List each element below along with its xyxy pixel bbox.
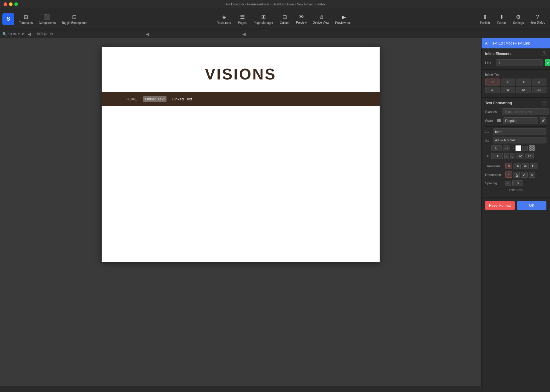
scroll-left-arrow[interactable]: ◀	[27, 31, 32, 37]
app-logo[interactable]: S	[2, 13, 14, 25]
italic-style-button[interactable]: i	[504, 153, 509, 159]
unit-button[interactable]: PX	[503, 146, 510, 151]
transform-none-button[interactable]: ✕	[505, 163, 512, 169]
classes-input[interactable]	[502, 108, 549, 115]
window-title: Site Designer - Frameworkless - Desktop …	[224, 2, 325, 6]
classes-label: Classes	[485, 110, 499, 114]
nav-item-linked-text-2[interactable]: Linked Text	[172, 97, 192, 101]
size-icon: T	[485, 147, 490, 150]
spacing-sublabel: Letter (px)	[485, 189, 546, 192]
text-stroke-button[interactable]: T	[522, 146, 527, 151]
scroll-right-arrow[interactable]: ◀	[145, 31, 150, 37]
preview-on-icon: ▶	[342, 14, 346, 20]
nav-item-home[interactable]: HOME	[126, 97, 137, 101]
toggle-breakpoints-label: Toggle Breakpoints	[62, 21, 87, 24]
inline-tag-small-button[interactable]: A	[532, 79, 546, 85]
preview-label: Preview	[296, 21, 307, 24]
resources-label: Resources	[217, 21, 231, 24]
decoration-label: Decoration	[485, 173, 504, 177]
state-select[interactable]: Regular Hover Active Focus	[503, 117, 538, 124]
spacing-value-input[interactable]: 0	[512, 180, 523, 186]
line-height-input[interactable]: 1.15	[491, 153, 503, 159]
zoom-refresh-icon[interactable]: ↺	[22, 32, 25, 36]
underline-style-button[interactable]: i	[510, 153, 515, 159]
device-view-button[interactable]: 🖥 Device View	[310, 12, 331, 26]
center-toolbar: ◈ Resources ☰ Pages ⊞ Page Manager ⊟ Gui…	[92, 12, 477, 26]
transform-lower-button[interactable]: di	[522, 163, 529, 169]
checkerboard-swatch[interactable]	[529, 145, 535, 151]
templates-button[interactable]: ⊞ Templates	[17, 12, 35, 26]
inline-tag-buttons: ✕ Aᶠ A A	[485, 79, 546, 85]
preview-on-label: Preview on...	[335, 21, 352, 24]
close-button[interactable]	[4, 2, 7, 6]
page-manager-icon: ⊞	[261, 14, 266, 20]
maximize-button[interactable]	[14, 2, 18, 6]
inline-tag-none-button[interactable]: ✕	[485, 79, 499, 85]
inline-tag-sup-button[interactable]: As	[517, 87, 531, 93]
decoration-strikethrough-button[interactable]: A	[521, 172, 527, 178]
toggle-breakpoints-button[interactable]: ⊟ Toggle Breakpoints	[59, 12, 89, 26]
color-swatch[interactable]	[515, 145, 521, 151]
transform-upper-button[interactable]: DI	[530, 163, 537, 169]
settings-icon: ⚙	[516, 14, 521, 20]
inline-elements-help[interactable]: ?	[542, 51, 546, 56]
inline-tag-sub2-button[interactable]: A2	[532, 87, 546, 93]
divider-1	[485, 126, 546, 127]
state-reset-button[interactable]: ↺	[540, 117, 546, 124]
zoom-out-icon[interactable]: 🔍	[2, 32, 7, 36]
text-formatting-help[interactable]: ?	[542, 101, 546, 105]
link-label: Link	[485, 61, 494, 65]
preview-button[interactable]: 👁 Preview	[294, 12, 309, 26]
minimize-button[interactable]	[9, 2, 13, 6]
inline-tag-quote-button[interactable]: "A"	[501, 87, 515, 93]
breakpoint-icon: 🖥	[50, 32, 53, 36]
link-confirm-button[interactable]: ✓	[545, 59, 550, 66]
templates-icon: ⊞	[24, 14, 28, 20]
font-select[interactable]: Inter Arial Georgia	[493, 128, 546, 135]
toggle-breakpoints-icon: ⊟	[72, 14, 77, 20]
right-panel: Aᵀ Text Edit Mode-Text Link Inline Eleme…	[481, 38, 550, 386]
text-formatting-header: Text Formatting ?	[485, 101, 546, 105]
reset-format-button[interactable]: Reset Format	[485, 201, 515, 210]
canvas-frame[interactable]: VISIONS HOME Linked Text Linked Text	[102, 47, 380, 262]
publish-button[interactable]: ⬆ Publish	[477, 12, 493, 26]
scroll-far-right-arrow[interactable]: ◀	[242, 31, 246, 37]
link-input[interactable]	[496, 59, 543, 66]
inline-tag-bold-button[interactable]: Aᶠ	[501, 79, 515, 85]
ok-button[interactable]: OK	[517, 201, 547, 210]
spacing-type-icon: sᵃ	[505, 181, 511, 186]
export-icon: ⬇	[499, 14, 504, 20]
resources-button[interactable]: ◈ Resources	[214, 12, 233, 26]
panel-header: Aᵀ Text Edit Mode-Text Link	[482, 38, 550, 48]
guides-label: Guides	[280, 21, 289, 24]
export-button[interactable]: ⬇ Export	[494, 12, 509, 26]
settings-button[interactable]: ⚙ Settings	[511, 12, 526, 26]
decoration-underline-button[interactable]: A	[514, 172, 520, 178]
nav-item-linked-text-1[interactable]: Linked Text	[143, 96, 166, 102]
te-style-button[interactable]: Te	[517, 153, 524, 159]
guides-button[interactable]: ⊟ Guides	[277, 12, 292, 26]
state-row: State Regular Hover Active Focus ↺	[485, 117, 546, 124]
line-height-row: ↕A 1.15 i i Te Tē	[485, 153, 546, 159]
inline-tag-sub-button[interactable]: A	[485, 87, 499, 93]
help-dialog-label: Help Dialog	[530, 21, 545, 24]
font-size-input[interactable]: 16	[491, 145, 502, 151]
spacing-row: Spacing sᵃ 0	[485, 180, 546, 186]
classes-row: Classes	[485, 108, 546, 115]
te2-style-button[interactable]: Tē	[525, 153, 534, 159]
inline-tag-row: Inline Tag	[485, 73, 546, 76]
components-button[interactable]: ⬛ Components	[36, 12, 58, 26]
inline-tag-section: Inline Tag ✕ Aᶠ A A A "A" As A2	[482, 70, 550, 98]
inline-tag-buttons-2: A "A" As A2	[485, 87, 546, 93]
pages-button[interactable]: ☰ Pages	[235, 12, 250, 26]
page-manager-button[interactable]: ⊞ Page Manager	[251, 12, 276, 26]
decoration-overline-button[interactable]: A	[529, 172, 535, 178]
preview-on-button[interactable]: ▶ Preview on...	[333, 12, 355, 26]
zoom-in-icon[interactable]: ⊕	[18, 32, 21, 36]
help-dialog-button[interactable]: ? Help Dialog	[527, 12, 548, 26]
decoration-none-button[interactable]: ✕	[505, 172, 512, 178]
weight-select[interactable]: 100 – Thin 300 – Light 400 – Normal 700 …	[493, 137, 546, 143]
transform-cap-button[interactable]: Di	[514, 163, 521, 169]
inline-elements-section: Inline Elements ? Link ✓	[482, 48, 550, 70]
inline-tag-italic-button[interactable]: A	[517, 79, 531, 85]
